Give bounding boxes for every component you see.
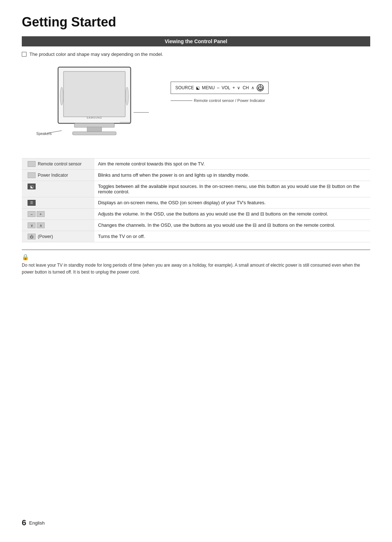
note-line: The product color and shape may vary dep…	[22, 52, 370, 57]
table-row: Power Indicator Blinks and turns off whe…	[22, 170, 370, 181]
note-icon: 🔒	[22, 254, 370, 260]
table-row: ⏻ (Power) Turns the TV on or off.	[22, 231, 370, 242]
table-cell-desc: Displays an on-screen menu, the OSD (on …	[94, 197, 370, 209]
menu-label: MENU	[202, 85, 215, 90]
tv-svg: SAMSUNG Speakers	[36, 63, 152, 147]
table-cell-label: ⏻ (Power)	[22, 231, 94, 242]
note-box: 🔒 Do not leave your TV in standby mode f…	[22, 250, 370, 276]
page-footer: 6 English	[22, 518, 45, 527]
svg-rect-6	[73, 132, 116, 135]
ch-label: CH	[242, 85, 249, 90]
tv-diagram: SAMSUNG Speakers	[36, 63, 160, 148]
chevron-down-icon: ∨	[237, 85, 240, 90]
sensor-line	[171, 100, 192, 101]
table-cell-desc: Blinks and turns off when the power is o…	[94, 170, 370, 181]
sensor-annotation-text: Remote control sensor / Power Indicator	[194, 98, 265, 103]
chevron-up-icon: ∧	[251, 85, 254, 90]
vol-label: VOL	[221, 85, 230, 90]
control-buttons-box: SOURCE ⬕ MENU – VOL + ∨ CH ∧ ⏻	[171, 82, 269, 94]
diagram-area: SAMSUNG Speakers SOURCE ⬕ MENU –	[22, 63, 370, 148]
svg-rect-5	[87, 127, 102, 132]
minus-label: –	[217, 85, 220, 90]
table-cell-desc: Changes the channels. In the OSD, use th…	[94, 220, 370, 231]
table-row: ☰ Displays an on-screen menu, the OSD (o…	[22, 197, 370, 209]
control-panel-annotation: SOURCE ⬕ MENU – VOL + ∨ CH ∧ ⏻ Remote co…	[160, 63, 370, 148]
svg-point-7	[60, 87, 63, 105]
table-row: ⬕ Toggles between all the available inpu…	[22, 181, 370, 197]
table-row: ∨ ∧ Changes the channels. In the OSD, us…	[22, 220, 370, 231]
table-cell-label: – +	[22, 209, 94, 220]
source-icon: ⬕	[196, 86, 200, 90]
table-cell-desc: Turns the TV on or off.	[94, 231, 370, 242]
page-language: English	[29, 520, 45, 526]
table-cell-label: Remote control sensor	[22, 159, 94, 170]
source-label: SOURCE	[175, 85, 194, 90]
note-line-text: The product color and shape may vary dep…	[29, 52, 163, 57]
checkbox-icon	[22, 52, 26, 57]
table-cell-desc: Adjusts the volume. In the OSD, use the …	[94, 209, 370, 220]
power-button-icon: ⏻	[257, 84, 264, 91]
page-title: Getting Started	[22, 15, 370, 30]
sensor-annotation: Remote control sensor / Power Indicator	[171, 98, 370, 103]
table-cell-label: ☰	[22, 197, 94, 209]
info-table: Remote control sensor Aim the remote con…	[22, 158, 370, 242]
plus-label: +	[232, 85, 235, 90]
svg-text:Speakers: Speakers	[36, 132, 52, 136]
table-row: – + Adjusts the volume. In the OSD, use …	[22, 209, 370, 220]
table-cell-label: ⬕	[22, 181, 94, 197]
table-cell-desc: Toggles between all the available input …	[94, 181, 370, 197]
table-cell-desc: Aim the remote control towards this spot…	[94, 159, 370, 170]
table-row: Remote control sensor Aim the remote con…	[22, 159, 370, 170]
page-number: 6	[22, 518, 26, 527]
section-header: Viewing the Control Panel	[22, 36, 370, 46]
svg-text:SAMSUNG: SAMSUNG	[87, 116, 102, 119]
svg-point-8	[126, 87, 128, 105]
table-cell-label: Power Indicator	[22, 170, 94, 181]
svg-rect-4	[74, 123, 114, 127]
table-cell-label: ∨ ∧	[22, 220, 94, 231]
note-text: Do not leave your TV in standby mode for…	[22, 262, 370, 276]
svg-rect-1	[64, 71, 125, 117]
